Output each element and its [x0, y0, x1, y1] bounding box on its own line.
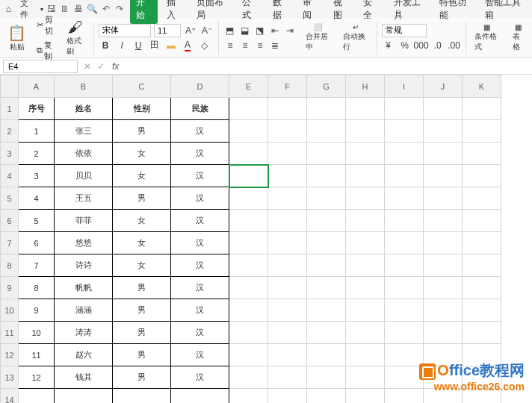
- align-bottom-icon[interactable]: ⬔: [253, 24, 267, 37]
- row-header[interactable]: 3: [1, 143, 19, 165]
- cell[interactable]: 菲菲: [55, 210, 113, 232]
- row-header[interactable]: 11: [1, 322, 19, 344]
- cell[interactable]: 钱其: [55, 366, 113, 389]
- qat-print-icon[interactable]: 🖶: [72, 2, 84, 16]
- fx-icon[interactable]: fx: [108, 61, 123, 72]
- data-header-cell[interactable]: 民族: [171, 98, 229, 120]
- cell[interactable]: [424, 277, 463, 299]
- name-box[interactable]: [3, 60, 78, 73]
- col-header-J[interactable]: J: [424, 75, 463, 98]
- font-size-select[interactable]: [154, 24, 181, 37]
- cell[interactable]: 男: [113, 366, 171, 389]
- cell[interactable]: 涵涵: [55, 299, 113, 322]
- cell[interactable]: [385, 98, 424, 120]
- cell[interactable]: 男: [113, 344, 171, 366]
- select-all-corner[interactable]: [1, 75, 19, 98]
- cell[interactable]: [171, 389, 229, 404]
- cell[interactable]: [385, 277, 424, 299]
- cell[interactable]: 汉: [171, 210, 229, 232]
- cell[interactable]: 5: [19, 210, 55, 232]
- cell[interactable]: [268, 277, 307, 299]
- cell[interactable]: [229, 98, 268, 120]
- cell[interactable]: [346, 254, 385, 277]
- cell[interactable]: 诗诗: [55, 254, 113, 277]
- cell[interactable]: [463, 187, 501, 210]
- cell[interactable]: 汉: [171, 120, 229, 143]
- row-header[interactable]: 8: [1, 254, 19, 277]
- col-header-K[interactable]: K: [463, 75, 501, 98]
- cell[interactable]: [307, 120, 346, 143]
- cell[interactable]: [307, 366, 346, 389]
- cell[interactable]: [424, 120, 463, 143]
- row-header[interactable]: 12: [1, 344, 19, 366]
- indent-decrease-icon[interactable]: ⇤: [268, 24, 282, 37]
- cell[interactable]: [424, 254, 463, 277]
- cell[interactable]: [385, 165, 424, 187]
- cell[interactable]: [346, 232, 385, 254]
- cell[interactable]: [268, 120, 307, 143]
- col-header-A[interactable]: A: [19, 75, 55, 98]
- cell[interactable]: 11: [19, 344, 55, 366]
- data-header-cell[interactable]: 姓名: [55, 98, 113, 120]
- number-format-select[interactable]: [382, 24, 427, 37]
- cell[interactable]: [424, 232, 463, 254]
- cell[interactable]: 8: [19, 277, 55, 299]
- cell[interactable]: [385, 299, 424, 322]
- cell[interactable]: [424, 187, 463, 210]
- cell[interactable]: 帆帆: [55, 277, 113, 299]
- cell[interactable]: 女: [113, 210, 171, 232]
- cut-button[interactable]: ✂剪切: [35, 13, 58, 37]
- cell[interactable]: 女: [113, 165, 171, 187]
- cell[interactable]: [385, 389, 424, 404]
- cell[interactable]: [229, 143, 268, 165]
- cell[interactable]: [229, 322, 268, 344]
- cell[interactable]: 汉: [171, 344, 229, 366]
- cell[interactable]: [463, 299, 501, 322]
- tab-security[interactable]: 安全: [357, 0, 384, 24]
- cell[interactable]: [346, 165, 385, 187]
- cell[interactable]: [55, 389, 113, 404]
- decrease-decimal-icon[interactable]: .00: [448, 39, 461, 52]
- justify-icon[interactable]: ≣: [268, 39, 282, 52]
- border-button[interactable]: 田: [148, 39, 161, 52]
- cell[interactable]: [229, 254, 268, 277]
- cell[interactable]: [424, 322, 463, 344]
- cell[interactable]: [346, 322, 385, 344]
- cell[interactable]: 汉: [171, 232, 229, 254]
- row-header[interactable]: 10: [1, 299, 19, 322]
- cell[interactable]: [346, 143, 385, 165]
- cell[interactable]: 女: [113, 254, 171, 277]
- cell[interactable]: [307, 143, 346, 165]
- cell[interactable]: [229, 210, 268, 232]
- cell[interactable]: [307, 210, 346, 232]
- cell[interactable]: [463, 277, 501, 299]
- cell[interactable]: [424, 143, 463, 165]
- cell[interactable]: [307, 322, 346, 344]
- align-left-icon[interactable]: ≡: [223, 39, 237, 52]
- align-middle-icon[interactable]: ⬓: [238, 24, 252, 37]
- cell[interactable]: [229, 187, 268, 210]
- cell[interactable]: 7: [19, 254, 55, 277]
- cell[interactable]: [268, 389, 307, 404]
- cell[interactable]: 汉: [171, 165, 229, 187]
- cell[interactable]: [385, 322, 424, 344]
- active-cell[interactable]: [229, 165, 268, 187]
- cell[interactable]: [268, 232, 307, 254]
- cell[interactable]: [463, 210, 501, 232]
- cell[interactable]: [463, 143, 501, 165]
- font-name-select[interactable]: [99, 24, 151, 37]
- clear-format-button[interactable]: ◇: [197, 39, 211, 52]
- row-header[interactable]: 6: [1, 210, 19, 232]
- cell[interactable]: [346, 366, 385, 389]
- italic-button[interactable]: I: [115, 39, 129, 52]
- cell[interactable]: [385, 232, 424, 254]
- cell[interactable]: [307, 187, 346, 210]
- row-header[interactable]: 1: [1, 98, 19, 120]
- cell[interactable]: [307, 232, 346, 254]
- cell[interactable]: 汉: [171, 366, 229, 389]
- cell[interactable]: 3: [19, 165, 55, 187]
- col-header-D[interactable]: D: [171, 75, 229, 98]
- cell[interactable]: [229, 120, 268, 143]
- cell[interactable]: [268, 366, 307, 389]
- cell[interactable]: 10: [19, 322, 55, 344]
